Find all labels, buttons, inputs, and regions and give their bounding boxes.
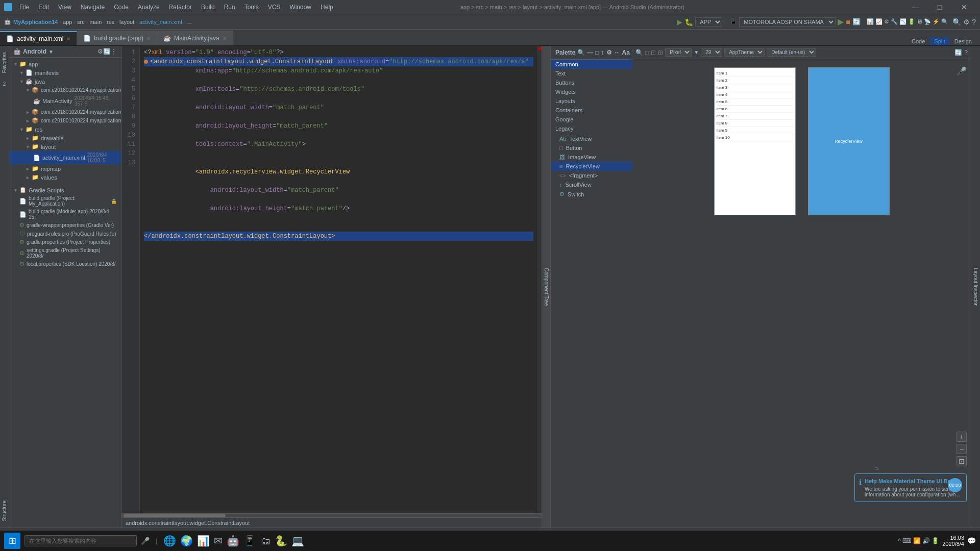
palette-icon-6[interactable]: Aa — [622, 49, 630, 56]
tab-build-gradle[interactable]: 📄 build.gradle (:app) ✕ — [77, 31, 157, 45]
stop-button[interactable]: ■ — [846, 18, 850, 26]
run-button[interactable]: ▶ — [677, 18, 682, 26]
debug-button[interactable]: 🐛 — [684, 18, 693, 26]
tree-manifests[interactable]: ▼📄 manifests — [9, 68, 121, 77]
tab-main-activity[interactable]: ☕ MainActivity.java ✕ — [157, 31, 233, 45]
tree-activity-main-xml[interactable]: 📄 activity_main.xml 2020/8/4 16:00, 5 — [9, 151, 121, 164]
menu-view[interactable]: View — [54, 3, 76, 12]
palette-item-textview[interactable]: Ab TextView — [551, 134, 632, 143]
tree-package2[interactable]: ►📦 com.c201801020224.myapplication — [9, 108, 121, 116]
palette-search-icon[interactable]: 🔍 — [577, 49, 585, 56]
palette-item-recyclerview[interactable]: ≡ RecyclerView — [551, 162, 632, 171]
tree-layout[interactable]: ▼📁 layout — [9, 142, 121, 151]
close-button[interactable]: ✕ — [952, 0, 976, 14]
breadcrumb-app[interactable]: app — [63, 19, 72, 25]
breadcrumb-layout[interactable]: layout — [119, 19, 134, 25]
palette-category-common[interactable]: Common — [551, 60, 632, 69]
taskbar-mic-icon[interactable]: 🎤 — [141, 537, 150, 545]
tree-mainactivity[interactable]: ☕ MainActivity 2020/8/4 15:48, 357 B — [9, 94, 121, 108]
view-design-button[interactable]: Design — [950, 37, 976, 45]
vtab-structure[interactable]: Structure — [1, 496, 8, 525]
menu-file[interactable]: File — [15, 3, 33, 12]
maximize-button[interactable]: □ — [928, 0, 951, 14]
breadcrumb-main[interactable]: main — [89, 19, 102, 25]
notification-center[interactable]: 💬 — [967, 537, 976, 545]
sidebar-settings-icon[interactable]: ⚙ — [97, 48, 103, 55]
tab-build-gradle-close[interactable]: ✕ — [146, 36, 151, 41]
tree-app[interactable]: ▼📁 app — [9, 60, 121, 68]
palette-category-widgets[interactable]: Widgets — [551, 87, 632, 96]
tree-mipmap[interactable]: ►📁 mipmap — [9, 164, 121, 173]
breadcrumb-project[interactable]: MyApplication14 — [13, 19, 58, 25]
menu-run[interactable]: Run — [220, 3, 239, 12]
run-action-button[interactable]: ▶ — [838, 17, 844, 27]
tree-package3[interactable]: ►📦 com.c201801020224.myapplication — [9, 116, 121, 125]
palette-category-google[interactable]: Google — [551, 115, 632, 124]
code-content[interactable]: <?xml version="1.0" encoding="utf-8" ?> … — [140, 46, 537, 513]
breadcrumb-src[interactable]: src — [77, 19, 85, 25]
menu-refactor[interactable]: Refactor — [165, 3, 196, 12]
palette-category-containers[interactable]: Containers — [551, 106, 632, 115]
tree-drawable[interactable]: ►📁 drawable — [9, 134, 121, 142]
tree-values[interactable]: ►📁 values — [9, 173, 121, 182]
preview-pixel-select[interactable]: Pixel — [665, 48, 692, 57]
settings-button[interactable]: ⚙ — [963, 18, 970, 26]
horizontal-scrollbar[interactable] — [121, 513, 542, 517]
taskbar-app-office[interactable]: 📊 — [197, 535, 210, 547]
palette-category-legacy[interactable]: Legacy — [551, 124, 632, 133]
taskbar-app-7[interactable]: 🐍 — [275, 535, 287, 547]
sidebar-more-icon[interactable]: ⋮ — [111, 48, 117, 55]
start-button[interactable]: ⊞ — [4, 533, 20, 549]
view-split-button[interactable]: Split — [930, 37, 949, 45]
layout-inspector-tab[interactable]: Layout Inspector — [971, 46, 980, 528]
tab-main-activity-close[interactable]: ✕ — [223, 36, 227, 41]
tab-activity-main[interactable]: 📄 activity_main.xml ✕ — [0, 31, 77, 45]
menu-analyze[interactable]: Analyze — [134, 3, 164, 12]
palette-icon-1[interactable]: — — [587, 49, 593, 56]
scrollbar-thumb[interactable] — [124, 514, 226, 517]
minimize-button[interactable]: — — [903, 0, 927, 14]
palette-item-button[interactable]: □ Button — [551, 143, 632, 153]
preview-api-select[interactable]: 29 — [701, 48, 722, 57]
notification-timer[interactable]: 00:00 — [948, 478, 962, 492]
device-select[interactable]: MOTOROLA AOSP ON SHAMA — [739, 17, 836, 27]
menu-code[interactable]: Code — [110, 3, 133, 12]
zoom-fit-button[interactable]: ⊡ — [957, 456, 967, 466]
preview-zoom-icon[interactable]: 🔍 — [635, 49, 643, 56]
taskbar-app-8[interactable]: 💻 — [291, 535, 304, 547]
breadcrumb-res[interactable]: res — [107, 19, 114, 25]
palette-icon-2[interactable]: □ — [595, 49, 599, 56]
palette-item-switch[interactable]: ⚙ Switch — [551, 189, 632, 199]
tree-gradle-scripts[interactable]: ▼📋 Gradle Scripts — [9, 186, 121, 194]
zoom-in-button[interactable]: + — [957, 432, 967, 442]
view-code-button[interactable]: Code — [908, 37, 929, 45]
tree-build-gradle-project[interactable]: 📄 build.gradle (Project: My_Application)… — [9, 194, 121, 208]
preview-refresh-button[interactable]: 🔄 — [954, 49, 962, 56]
tab-activity-main-close[interactable]: ✕ — [66, 36, 70, 42]
taskbar-app-6[interactable]: 🗂 — [260, 535, 271, 547]
preview-theme-select[interactable]: AppTheme — [724, 48, 765, 57]
preview-locale-select[interactable]: Default (en-us) — [767, 48, 816, 57]
palette-category-layouts[interactable]: Layouts — [551, 96, 632, 106]
sidebar-sync-icon[interactable]: 🔄 — [103, 48, 111, 55]
taskbar-search-input[interactable] — [24, 535, 137, 546]
preview-toggle-2[interactable]: ⊡ — [651, 49, 656, 56]
taskbar-app-chrome[interactable]: 🌍 — [180, 535, 193, 547]
preview-toggle-3[interactable]: ⊞ — [658, 49, 663, 56]
vtab-num[interactable]: 2 — [2, 79, 7, 89]
tree-package1[interactable]: ▼📦 com.c201801020224.myapplication — [9, 86, 121, 94]
preview-help-icon[interactable]: ? — [964, 49, 968, 56]
tree-gradle-wrapper[interactable]: ⚙ gradle-wrapper.properties (Gradle Ver) — [9, 221, 121, 230]
tree-gradle-properties[interactable]: ⚙ gradle.properties (Project Properties) — [9, 238, 121, 246]
palette-category-text[interactable]: Text — [551, 69, 632, 78]
sync-button[interactable]: 🔄 — [852, 18, 861, 26]
search-everywhere-button[interactable]: 🔍 — [952, 18, 961, 26]
taskbar-app-android-studio[interactable]: 🤖 — [227, 535, 239, 547]
menu-edit[interactable]: Edit — [34, 3, 53, 12]
palette-item-fragment[interactable]: <> <fragment> — [551, 171, 632, 180]
tree-java[interactable]: ▼☕ java — [9, 77, 121, 86]
palette-icon-3[interactable]: ↕ — [601, 49, 604, 56]
palette-icon-4[interactable]: ⚙ — [606, 49, 612, 56]
breadcrumb-file[interactable]: activity_main.xml — [139, 19, 182, 25]
component-tree-tab[interactable]: Component Tree — [542, 46, 551, 528]
